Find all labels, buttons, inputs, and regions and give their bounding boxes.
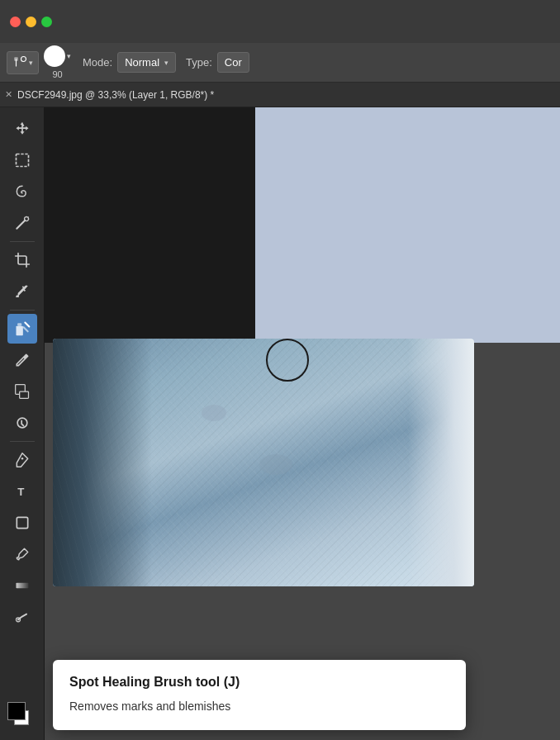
svg-rect-10 [17,323,21,325]
tooltip-title: Spot Healing Brush tool (J) [69,675,449,690]
mode-label: Mode: [83,56,112,69]
canvas-dark-region [45,107,255,343]
minimize-button[interactable] [26,17,36,27]
eyedropper-tool[interactable] [7,277,37,306]
canvas-light-region [255,107,560,343]
canvas-area[interactable]: Spot Healing Brush tool (J) Removes mark… [45,107,560,740]
foreground-swatch[interactable] [7,702,26,720]
window-controls [10,17,52,27]
brush-size-arrow: ▾ [67,52,71,60]
lasso-tool[interactable] [7,177,37,206]
svg-rect-16 [17,517,27,528]
toolbar: ▾ ▾ 90 Mode: Normal ▾ Type: Cor [0,43,560,83]
svg-line-11 [25,323,29,327]
gradient-tool[interactable] [7,571,37,600]
crop-tool[interactable] [7,245,37,275]
type-tool[interactable]: T [7,477,37,506]
shape-tool[interactable] [7,508,37,538]
brush-tool[interactable] [7,539,37,569]
blemish-1 [202,405,226,421]
tool-divider-1 [10,241,35,242]
brush-size-preview [44,45,65,67]
blemish-2 [259,454,292,475]
spot-heal-tool[interactable] [7,314,37,344]
title-bar [0,0,560,43]
left-toolbar: T [0,107,45,740]
type-label: Type: [186,56,212,69]
history-brush-tool[interactable] [7,408,37,438]
svg-rect-13 [19,391,28,398]
mode-value: Normal [125,56,159,69]
svg-rect-3 [16,154,28,167]
type-value[interactable]: Cor [217,52,249,73]
brush-tool-picker[interactable]: ▾ [7,51,39,74]
smudge-tool[interactable] [7,602,37,632]
svg-point-1 [21,56,26,61]
mode-dropdown[interactable]: Normal ▾ [117,52,176,73]
maximize-button[interactable] [41,17,52,27]
svg-line-4 [17,221,25,229]
svg-line-12 [23,327,27,331]
svg-line-8 [27,217,28,218]
clone-stamp-tool[interactable] [7,377,37,406]
close-button[interactable] [10,17,21,27]
tab-close-button[interactable]: ✕ [5,89,12,100]
tool-divider-2 [10,310,35,311]
svg-point-5 [24,217,28,221]
mode-arrow: ▾ [164,59,168,67]
canvas-photo [53,339,474,586]
brush-size-value: 90 [52,69,62,79]
move-tool[interactable] [7,114,37,144]
rect-select-tool[interactable] [7,145,37,175]
tool-tooltip: Spot Healing Brush tool (J) Removes mark… [53,660,466,730]
svg-rect-9 [16,326,22,336]
tab-bar: ✕ DSCF2949.jpg @ 33,3% (Layer 1, RGB/8*)… [0,83,560,107]
tool-divider-3 [10,441,35,442]
brush-picker-arrow: ▾ [29,59,33,67]
tab-title: DSCF2949.jpg @ 33,3% (Layer 1, RGB/8*) * [17,89,214,101]
svg-point-14 [21,458,23,460]
eraser-tool[interactable] [7,345,37,375]
svg-text:T: T [17,486,24,498]
tooltip-description: Removes marks and blemishes [69,698,449,715]
magic-wand-tool[interactable] [7,208,37,238]
main-area: T [0,107,560,740]
svg-rect-17 [16,583,28,589]
pen-tool[interactable] [7,445,37,475]
